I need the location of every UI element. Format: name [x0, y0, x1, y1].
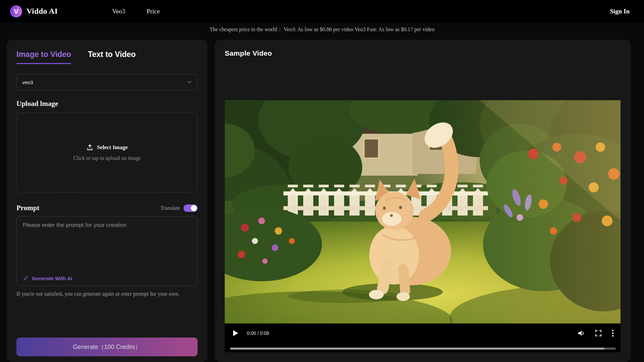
upload-hint: Click or tap to upload an image	[73, 155, 141, 161]
play-icon	[233, 330, 238, 336]
time-display: 0:00 / 0:08	[247, 330, 269, 336]
brand[interactable]: V Viddo AI	[10, 5, 58, 17]
select-image-label: Select Image	[97, 144, 128, 151]
sample-panel: Sample Video	[215, 40, 631, 362]
main-content: Image to Video Text to Video veo3 Upload…	[0, 34, 644, 362]
fullscreen-button[interactable]	[595, 330, 602, 337]
kebab-menu-icon	[612, 329, 614, 337]
retry-note: If you're not satisfied, you can generat…	[16, 291, 198, 297]
sample-video-heading: Sample Video	[225, 49, 621, 57]
promo-banner: The cheapest price in the world： Veo3: A…	[0, 25, 644, 34]
volume-icon	[578, 330, 585, 337]
sign-in-button[interactable]: Sign In	[610, 8, 630, 15]
upload-icon	[86, 144, 94, 151]
sample-video-frame	[225, 100, 621, 323]
upload-heading: Upload lmage	[16, 100, 198, 108]
video-progress-buffered	[230, 348, 604, 350]
generate-with-ai-button[interactable]: Generate With AI	[23, 275, 72, 281]
generate-with-ai-label: Generate With AI	[32, 276, 72, 281]
toggle-knob	[191, 205, 197, 211]
magic-wand-icon	[23, 275, 29, 281]
volume-button[interactable]	[578, 330, 585, 337]
nav-links: Veo3 Price	[112, 8, 160, 15]
prompt-heading: Prompt	[16, 204, 39, 212]
generate-button[interactable]: Generate（100 Credits）	[16, 338, 198, 356]
tab-image-to-video[interactable]: Image to Video	[16, 50, 71, 64]
video-controls: 0:00 / 0:08	[225, 323, 621, 352]
viddo-logo-icon: V	[10, 5, 22, 17]
upload-dropzone[interactable]: Select Image Click or tap to upload an i…	[16, 113, 198, 192]
nav-link-price[interactable]: Price	[147, 8, 160, 15]
model-select-value: veo3	[22, 79, 33, 85]
tab-text-to-video[interactable]: Text to Video	[88, 50, 136, 63]
navbar: V Viddo AI Veo3 Price Sign In	[0, 0, 644, 23]
more-options-button[interactable]	[612, 329, 614, 337]
sample-video[interactable]: 0:00 / 0:08	[225, 100, 621, 352]
fullscreen-icon	[595, 330, 602, 337]
chevron-down-icon	[187, 80, 192, 84]
mode-tabs: Image to Video Text to Video	[16, 50, 198, 64]
translate-control: Translate	[160, 204, 198, 212]
play-button[interactable]	[233, 330, 238, 336]
video-progress-bar[interactable]	[230, 348, 616, 350]
translate-label: Translate	[160, 205, 180, 211]
prompt-row: Prompt Translate	[16, 204, 198, 212]
model-select[interactable]: veo3	[16, 74, 198, 90]
brand-name: Viddo AI	[26, 7, 58, 16]
prompt-input[interactable]	[17, 217, 197, 263]
translate-toggle[interactable]	[183, 204, 198, 212]
prompt-box: Generate With AI	[16, 216, 198, 286]
generation-panel: Image to Video Text to Video veo3 Upload…	[7, 40, 207, 362]
nav-link-veo3[interactable]: Veo3	[112, 8, 125, 15]
